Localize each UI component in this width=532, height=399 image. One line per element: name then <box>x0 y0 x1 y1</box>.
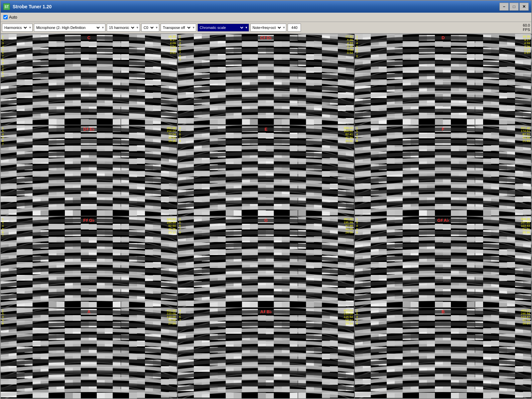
note-label: E <box>265 127 268 132</box>
app-window: ST Strobe Tuner 1.20 − □ ✕ Auto Harmonic… <box>0 0 532 399</box>
octave-select-wrapper[interactable]: C0 C1 C2 C3 C4 ▼ <box>141 24 159 32</box>
strobe-display <box>1 308 177 399</box>
octave-select[interactable]: C0 C1 C2 C3 C4 <box>142 24 155 31</box>
mode-select-wrapper[interactable]: Harmonics Single Dual ▼ <box>2 24 33 32</box>
fps-display: 60.0 FPS <box>523 23 530 32</box>
tuner-cell-G: G45678367.50195.9997.9949.0024.50 <box>178 216 354 307</box>
left-numbers: 15456789 <box>179 35 181 62</box>
left-numbers: 1545678 <box>356 35 358 58</box>
left-numbers: 154567 <box>2 218 4 237</box>
right-numbers: 327.40174.6187.3143.6521.83 <box>521 127 530 143</box>
left-numbers: 15456 <box>356 127 358 143</box>
strobe-display <box>355 216 531 307</box>
right-numbers: 291.68154.0777.0438.5219.26 <box>167 127 176 143</box>
strobe-display <box>178 216 354 307</box>
right-numbers: 18.359.174.592.291.140.57 <box>522 35 530 55</box>
mode-select[interactable]: Harmonics Single Dual <box>2 24 28 31</box>
strobe-display <box>355 34 531 125</box>
tuner-cell-D--E-: D♯ E♭154567291.68154.0777.0438.5219.26 <box>1 125 177 216</box>
left-numbers: 1534567891253 <box>2 35 4 78</box>
right-numbers: 437.03233.08116.5458.2729.14 <box>344 309 353 326</box>
transpose-select-wrapper[interactable]: Transpose off Transpose +1 Transpose -1 … <box>161 24 196 32</box>
note-label: F♯ G♭ <box>83 218 94 223</box>
scale-select[interactable]: Chromatic scale Major scale Minor scale <box>198 24 244 31</box>
right-numbers: 412.50220.00110.0055.0027.50 <box>167 309 176 326</box>
note-label: D♯ E♭ <box>83 127 94 132</box>
auto-label[interactable]: Auto <box>9 15 17 20</box>
tuner-cell-A: A15456412.50220.00110.0055.0027.50 <box>1 308 177 399</box>
left-numbers: 45678 <box>179 127 181 143</box>
right-numbers: 309.03164.8182.4141.2020.60 <box>344 127 353 143</box>
tuner-cell-B: B15456463.07246.94123.4761.7430.87 <box>355 308 531 399</box>
app-icon: ST <box>3 3 10 10</box>
auto-checkbox-input[interactable] <box>3 15 8 19</box>
strobe-display <box>355 125 531 216</box>
frequency-input[interactable] <box>288 24 301 32</box>
right-numbers: 16.358.174.092.041.020.51 <box>168 35 176 55</box>
note-label: F <box>442 127 445 132</box>
strobe-display <box>355 308 531 399</box>
strobe-display <box>178 125 354 216</box>
note-label: B <box>442 309 445 314</box>
tuner-cell-D: D154567818.359.174.592.291.140.57 <box>355 34 531 125</box>
strobe-display <box>178 34 354 125</box>
tuner-cell-G--A-: G♯ A♭15456389.35207.65103.8351.9125.96 <box>355 216 531 307</box>
right-numbers: 389.35207.65103.8351.9125.96 <box>521 218 530 234</box>
harmonics-select[interactable]: 15 harmonic 7 harmonic 3 harmonic <box>107 24 135 31</box>
display-select[interactable]: Note+freq+oct Note only Freq only <box>251 24 282 31</box>
window-title: Strobe Tuner 1.20 <box>13 4 499 9</box>
note-label: A <box>87 309 90 314</box>
note-label: C <box>87 35 90 40</box>
left-numbers: 15456 <box>356 218 358 234</box>
tuner-cell-A--B-: A♯ B♭4567437.03233.08116.5458.2729.14 <box>178 308 354 399</box>
input-select[interactable]: Microphone (2- High Definition Line In <box>34 24 101 31</box>
left-numbers: 15456 <box>2 309 4 326</box>
note-label: C♯ D♭ <box>260 35 272 40</box>
title-bar: ST Strobe Tuner 1.20 − □ ✕ <box>1 1 531 13</box>
right-numbers: 463.07246.94123.4761.7430.87 <box>521 309 530 326</box>
tuner-cell-F--G-: F♯ G♭154567346.82184.9992.5046.2523.12 <box>1 216 177 307</box>
left-numbers: 4567 <box>179 309 181 323</box>
minimize-button[interactable]: − <box>499 3 509 11</box>
input-select-wrapper[interactable]: Microphone (2- High Definition Line In ▼ <box>34 24 105 32</box>
transpose-select[interactable]: Transpose off Transpose +1 Transpose -1 <box>161 24 192 31</box>
note-label: G <box>264 218 268 223</box>
display-select-wrapper[interactable]: Note+freq+oct Note only Freq only ▼ <box>250 24 287 32</box>
note-label: D <box>442 35 445 40</box>
tuner-cell-F: F15456327.40174.6187.3143.6521.83 <box>355 125 531 216</box>
window-controls: − □ ✕ <box>499 3 529 11</box>
auto-checkbox-wrapper[interactable]: Auto <box>3 15 17 20</box>
harmonics-select-wrapper[interactable]: 15 harmonic 7 harmonic 3 harmonic ▼ <box>107 24 140 32</box>
tuner-cell-C--D-: C♯ D♭1545678917.328.664.332.161.080.54 <box>178 34 354 125</box>
scale-select-wrapper[interactable]: Chromatic scale Major scale Minor scale … <box>198 24 249 32</box>
strobe-display <box>1 125 177 216</box>
close-button[interactable]: ✕ <box>519 3 529 11</box>
tuner-cell-C: C153456789125316.358.174.092.041.020.51 <box>1 34 177 125</box>
left-numbers: 45678 <box>179 218 181 234</box>
note-label: G♯ A♭ <box>437 218 449 223</box>
tuner-cell-E: E45678309.03164.8182.4141.2020.60 <box>178 125 354 216</box>
right-numbers: 17.328.664.332.161.080.54 <box>345 35 353 55</box>
right-numbers: 367.50195.9997.9949.0024.50 <box>344 218 353 234</box>
strobe-display <box>1 216 177 307</box>
maximize-button[interactable]: □ <box>509 3 519 11</box>
left-numbers: 154567 <box>2 127 4 146</box>
toolbar: Harmonics Single Dual ▼ Microphone (2- H… <box>1 22 531 34</box>
right-numbers: 346.82184.9992.5046.2523.12 <box>167 218 176 234</box>
menu-bar: Auto <box>1 13 531 22</box>
strobe-display <box>178 308 354 399</box>
left-numbers: 15456 <box>356 309 358 326</box>
strobe-display <box>1 34 177 125</box>
note-label: A♯ B♭ <box>260 309 272 314</box>
main-content: C153456789125316.358.174.092.041.020.51C… <box>1 34 531 398</box>
